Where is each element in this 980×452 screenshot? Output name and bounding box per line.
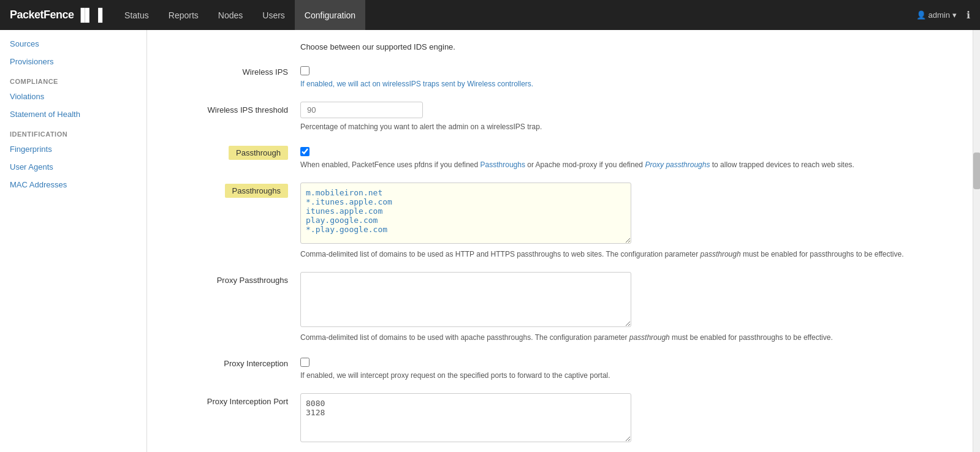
logo-text: PacketFence: [10, 9, 74, 21]
wireless-ips-threshold-description: Percentage of matching you want to alert…: [300, 121, 962, 132]
passthroughs-label: Passthroughs: [225, 184, 289, 198]
wireless-ips-field: If enabled, we will act on wirelessIPS t…: [300, 64, 962, 89]
passthroughs-desc-italic: passthrough: [701, 250, 741, 258]
proxy-passthroughs-textarea[interactable]: [300, 272, 631, 327]
sidebar-item-user-agents[interactable]: User Agents: [0, 158, 146, 176]
proxy-passthroughs-desc-text: Comma-delimited list of domains to be us…: [300, 333, 629, 342]
proxy-interception-port-label: Proxy Interception Port: [165, 393, 300, 406]
passthroughs-label-container: Passthroughs: [165, 183, 300, 195]
scrollbar-thumb: [973, 153, 980, 189]
passthrough-checkbox[interactable]: [300, 147, 310, 156]
proxy-interception-row: Proxy Interception If enabled, we will i…: [165, 355, 962, 381]
proxy-interception-description: If enabled, we will intercept proxy requ…: [300, 370, 962, 381]
wireless-ips-threshold-input[interactable]: [300, 102, 423, 118]
proxy-interception-checkbox[interactable]: [300, 358, 310, 367]
wireless-ips-threshold-row: Wireless IPS threshold Percentage of mat…: [165, 102, 962, 132]
passthroughs-textarea[interactable]: m.mobileiron.net *.itunes.apple.com itun…: [300, 183, 631, 244]
proxy-interception-port-row: Proxy Interception Port 8080 3128: [165, 393, 962, 444]
main-content: Choose between our supported IDS engine.…: [147, 30, 980, 452]
topnav: PacketFence ▐▌▐ Status Reports Nodes Use…: [0, 0, 980, 30]
topnav-right: 👤 admin ▾ ℹ: [916, 9, 970, 21]
passthrough-desc-before: When enabled, PacketFence uses pfdns if …: [300, 160, 481, 169]
wireless-ips-label: Wireless IPS: [165, 64, 300, 77]
passthroughs-desc-after: must be enabled for passthroughs to be e…: [741, 250, 904, 258]
passthrough-row: Passthrough When enabled, PacketFence us…: [165, 145, 962, 170]
passthrough-label: Passthrough: [229, 146, 288, 160]
proxy-passthroughs-row: Proxy Passthroughs Comma-delimited list …: [165, 272, 962, 343]
passthrough-desc-middle: or Apache mod-proxy if you defined: [525, 160, 645, 169]
nav-configuration[interactable]: Configuration: [295, 0, 365, 30]
passthroughs-desc-text: Comma-delimited list of domains to be us…: [300, 250, 701, 258]
sidebar: Sources Provisioners COMPLIANCE Violatio…: [0, 30, 147, 452]
logo[interactable]: PacketFence ▐▌▐: [10, 8, 102, 22]
sidebar-item-sources[interactable]: Sources: [0, 35, 146, 53]
nav-nodes[interactable]: Nodes: [208, 0, 253, 30]
admin-caret-icon: ▾: [952, 10, 957, 20]
sidebar-section-identification: IDENTIFICATION: [0, 123, 146, 140]
sidebar-section-compliance: COMPLIANCE: [0, 70, 146, 88]
admin-menu[interactable]: 👤 admin ▾: [916, 10, 957, 20]
proxy-passthroughs-link[interactable]: Proxy passthroughs: [645, 160, 710, 169]
nav-status[interactable]: Status: [115, 0, 159, 30]
info-icon[interactable]: ℹ: [967, 9, 970, 21]
proxy-passthroughs-desc-italic: passthrough: [629, 333, 670, 342]
passthrough-description: When enabled, PacketFence uses pfdns if …: [300, 159, 962, 170]
wireless-ips-threshold-field: Percentage of matching you want to alert…: [300, 102, 962, 132]
passthrough-desc-after: to allow trapped devices to reach web si…: [710, 160, 854, 169]
sidebar-item-statement-of-health[interactable]: Statement of Health: [0, 105, 146, 123]
proxy-passthroughs-desc-after: must be enabled for passthroughs to be e…: [670, 333, 833, 342]
wireless-ips-checkbox[interactable]: [300, 66, 310, 75]
passthroughs-description: Comma-delimited list of domains to be us…: [300, 249, 962, 260]
proxy-interception-port-textarea[interactable]: 8080 3128: [300, 393, 631, 442]
passthroughs-row: Passthroughs m.mobileiron.net *.itunes.a…: [165, 183, 962, 260]
proxy-interception-label: Proxy Interception: [165, 355, 300, 368]
passthrough-field: When enabled, PacketFence uses pfdns if …: [300, 145, 962, 170]
wireless-ips-threshold-label: Wireless IPS threshold: [165, 102, 300, 115]
wireless-ips-description: If enabled, we will act on wirelessIPS t…: [300, 78, 962, 89]
wireless-ips-row: Wireless IPS If enabled, we will act on …: [165, 64, 962, 89]
admin-label: admin: [929, 10, 950, 20]
main-nav: Status Reports Nodes Users Configuration: [115, 0, 916, 30]
proxy-passthroughs-label: Proxy Passthroughs: [165, 272, 300, 285]
sidebar-item-mac-addresses[interactable]: MAC Addresses: [0, 176, 146, 194]
passthroughs-link[interactable]: Passthroughs: [481, 160, 525, 169]
nav-users[interactable]: Users: [253, 0, 295, 30]
proxy-passthroughs-description: Comma-delimited list of domains to be us…: [300, 332, 962, 343]
admin-icon: 👤: [916, 10, 926, 20]
layout: Sources Provisioners COMPLIANCE Violatio…: [0, 30, 980, 452]
proxy-passthroughs-field: Comma-delimited list of domains to be us…: [300, 272, 962, 343]
proxy-interception-port-field: 8080 3128: [300, 393, 962, 444]
sidebar-item-fingerprints[interactable]: Fingerprints: [0, 140, 146, 158]
passthrough-label-container: Passthrough: [165, 145, 300, 157]
nav-reports[interactable]: Reports: [159, 0, 208, 30]
proxy-interception-field: If enabled, we will intercept proxy requ…: [300, 355, 962, 381]
sidebar-item-provisioners[interactable]: Provisioners: [0, 53, 146, 70]
scrollbar[interactable]: [973, 30, 980, 452]
logo-icon: ▐▌▐: [77, 8, 103, 22]
sidebar-item-violations[interactable]: Violations: [0, 88, 146, 105]
ids-description: Choose between our supported IDS engine.: [165, 42, 962, 51]
passthroughs-field: m.mobileiron.net *.itunes.apple.com itun…: [300, 183, 962, 260]
wireless-ips-desc-text: If enabled, we will act on wirelessIPS t…: [300, 80, 533, 88]
